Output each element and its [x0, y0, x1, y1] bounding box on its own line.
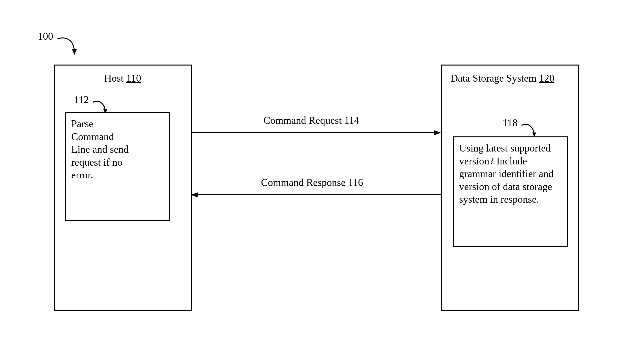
- host-ref: 110: [126, 73, 141, 84]
- svg-marker-4: [434, 130, 441, 135]
- storage-inner-ref-arrow-icon: [519, 119, 541, 139]
- storage-inner-text: Using latest supported version? Include …: [454, 137, 566, 210]
- host-inner-ref-label: 112: [74, 94, 89, 106]
- svg-marker-0: [72, 49, 77, 55]
- storage-inner-ref-label: 118: [502, 117, 518, 129]
- diagram-canvas: 100 Host 110 112 Parse Command Line and …: [0, 0, 644, 352]
- storage-ref: 120: [539, 73, 554, 84]
- svg-marker-6: [191, 192, 198, 197]
- response-arrow-icon: [191, 191, 441, 198]
- storage-title-prefix: Data Storage System: [450, 73, 539, 84]
- storage-inner-box: Using latest supported version? Include …: [453, 136, 568, 247]
- request-arrow-icon: [191, 129, 441, 136]
- host-inner-box: Parse Command Line and send request if n…: [66, 112, 170, 221]
- figure-ref-arrow-icon: [55, 32, 82, 58]
- storage-title: Data Storage System 120: [450, 72, 554, 84]
- host-title-prefix: Host: [104, 73, 126, 84]
- figure-ref-label: 100: [38, 30, 53, 42]
- request-arrow-label: Command Request 114: [264, 115, 359, 126]
- host-title: Host 110: [55, 72, 191, 84]
- host-inner-text: Parse Command Line and send request if n…: [66, 113, 138, 186]
- response-arrow-label: Command Response 116: [261, 176, 363, 188]
